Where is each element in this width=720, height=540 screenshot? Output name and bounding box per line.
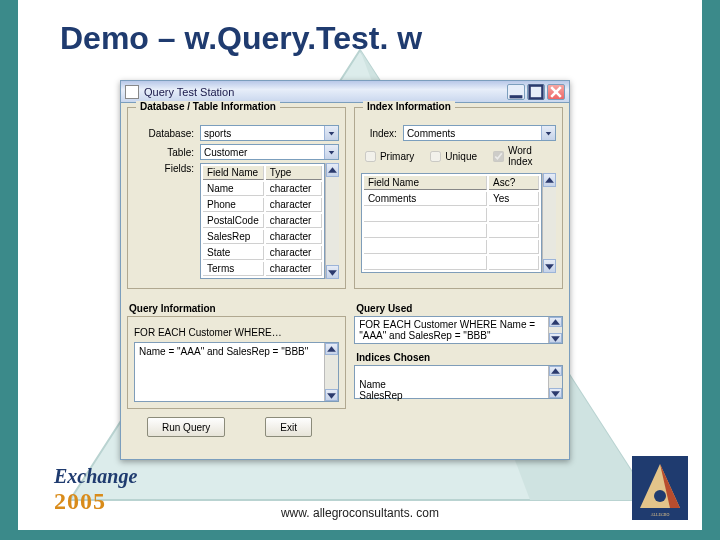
table-row: Termscharacter	[203, 262, 322, 276]
exit-button[interactable]: Exit	[265, 417, 312, 437]
footer-url: www. allegroconsultants. com	[0, 506, 720, 520]
chevron-down-icon	[324, 145, 338, 159]
svg-marker-12	[545, 177, 554, 183]
scroll-down-icon[interactable]	[543, 259, 556, 273]
index-dropdown[interactable]: Comments	[403, 125, 556, 141]
table-row: Namecharacter	[203, 182, 322, 196]
svg-rect-4	[530, 85, 543, 98]
query-info-title: Query Information	[129, 303, 346, 314]
minimize-button[interactable]	[507, 84, 525, 100]
table-row	[364, 240, 539, 254]
svg-marker-15	[327, 393, 336, 399]
table-label: Table:	[134, 147, 194, 158]
database-value: sports	[204, 128, 231, 139]
close-button[interactable]	[547, 84, 565, 100]
database-label: Database:	[134, 128, 194, 139]
scroll-up-icon[interactable]	[326, 163, 339, 177]
table-value: Customer	[204, 147, 247, 158]
query-used-title: Query Used	[356, 303, 563, 314]
scroll-up-icon[interactable]	[543, 173, 556, 187]
slide-edge-left	[0, 0, 18, 540]
wordindex-checkbox[interactable]: Word Index	[493, 145, 546, 167]
query-where-textarea[interactable]: Name = "AAA" and SalesRep = "BBB"	[134, 342, 339, 402]
app-window: Query Test Station Database / Table Info…	[120, 80, 570, 460]
unique-checkbox[interactable]: Unique	[430, 151, 477, 162]
textarea-scrollbar[interactable]	[324, 343, 338, 401]
database-table-group: Database / Table Information Database: s…	[127, 107, 346, 289]
scroll-down-icon[interactable]	[326, 265, 339, 279]
maximize-button[interactable]	[527, 84, 545, 100]
for-each-label: FOR EACH Customer WHERE…	[134, 327, 339, 338]
chevron-down-icon	[324, 126, 338, 140]
index-label: Index:	[361, 128, 397, 139]
table-row: SalesRepcharacter	[203, 230, 322, 244]
scroll-up-icon[interactable]	[325, 343, 338, 355]
index-scrollbar[interactable]	[542, 173, 556, 273]
index-col-asc[interactable]: Asc?	[489, 176, 539, 190]
table-row: Phonecharacter	[203, 198, 322, 212]
query-used-scrollbar[interactable]	[548, 317, 562, 343]
index-col-field[interactable]: Field Name	[364, 176, 487, 190]
index-value: Comments	[407, 128, 455, 139]
table-row: PostalCodecharacter	[203, 214, 322, 228]
svg-rect-3	[510, 95, 523, 98]
slide-edge-right	[702, 0, 720, 540]
svg-marker-9	[328, 167, 337, 173]
scroll-up-icon[interactable]	[549, 317, 562, 327]
slide-title: Demo – w.Query.Test. w	[60, 20, 422, 57]
table-row: CommentsYes	[364, 192, 539, 206]
chevron-down-icon	[541, 126, 555, 140]
fields-grid[interactable]: Field Name Type Namecharacter Phonechara…	[200, 163, 325, 279]
svg-marker-11	[546, 132, 552, 136]
indices-chosen-text: Name SalesRep	[359, 379, 402, 401]
svg-marker-19	[551, 391, 560, 397]
svg-marker-8	[329, 151, 335, 155]
database-dropdown[interactable]: sports	[200, 125, 339, 141]
fields-label: Fields:	[134, 163, 194, 174]
svg-marker-14	[327, 346, 336, 352]
scroll-up-icon[interactable]	[549, 366, 562, 376]
svg-point-23	[654, 490, 666, 502]
query-used-box[interactable]: FOR EACH Customer WHERE Name = "AAA" and…	[354, 316, 563, 344]
indices-chosen-title: Indices Chosen	[356, 352, 563, 363]
svg-marker-7	[329, 132, 335, 136]
primary-checkbox[interactable]: Primary	[365, 151, 414, 162]
svg-marker-18	[551, 368, 560, 374]
database-table-group-title: Database / Table Information	[136, 101, 280, 112]
scroll-down-icon[interactable]	[549, 388, 562, 398]
svg-marker-10	[328, 270, 337, 276]
index-info-group: Index Information Index: Comments Primar…	[354, 107, 563, 289]
table-row: Statecharacter	[203, 246, 322, 260]
svg-marker-17	[551, 336, 560, 342]
index-grid[interactable]: Field Name Asc? CommentsYes	[361, 173, 542, 273]
scroll-down-icon[interactable]	[325, 389, 338, 401]
query-info-group: FOR EACH Customer WHERE… Name = "AAA" an…	[127, 316, 346, 409]
titlebar[interactable]: Query Test Station	[121, 81, 569, 103]
table-dropdown[interactable]: Customer	[200, 144, 339, 160]
indices-scrollbar[interactable]	[548, 366, 562, 398]
query-used-text: FOR EACH Customer WHERE Name = "AAA" and…	[359, 319, 558, 341]
scroll-down-icon[interactable]	[549, 333, 562, 343]
slide-edge-bottom	[0, 530, 720, 540]
index-info-group-title: Index Information	[363, 101, 455, 112]
indices-chosen-box[interactable]: Name SalesRep	[354, 365, 563, 399]
fields-col-name[interactable]: Field Name	[203, 166, 264, 180]
table-row	[364, 256, 539, 270]
table-row	[364, 224, 539, 238]
exchange-logo-text: Exchange	[54, 465, 137, 487]
fields-scrollbar[interactable]	[325, 163, 339, 279]
table-row	[364, 208, 539, 222]
svg-marker-13	[545, 264, 554, 270]
fields-col-type[interactable]: Type	[266, 166, 322, 180]
svg-marker-16	[551, 319, 560, 325]
query-where-text: Name = "AAA" and SalesRep = "BBB"	[139, 346, 308, 357]
app-icon	[125, 85, 139, 99]
window-title: Query Test Station	[144, 86, 505, 98]
run-query-button[interactable]: Run Query	[147, 417, 225, 437]
